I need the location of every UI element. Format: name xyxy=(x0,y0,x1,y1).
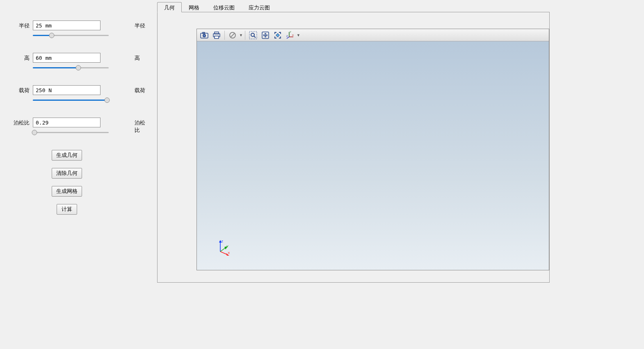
axis-triad: Z X Y xyxy=(215,239,232,256)
svg-text:Y: Y xyxy=(290,31,291,33)
axes-dropdown[interactable]: Y X Z ▼ xyxy=(284,30,300,41)
toolbar-separator xyxy=(245,31,245,40)
zoom-select-icon[interactable] xyxy=(247,30,259,41)
load-slider[interactable] xyxy=(33,97,109,103)
generate-geometry-button[interactable]: 生成几何 xyxy=(52,150,82,161)
param-radius-row: 半径 半径 xyxy=(8,20,149,39)
poisson-input[interactable] xyxy=(33,118,100,127)
poisson-slider[interactable] xyxy=(33,130,109,136)
toolbar-separator xyxy=(224,31,225,40)
svg-line-11 xyxy=(254,36,256,38)
height-input[interactable] xyxy=(33,53,100,63)
radius-input[interactable] xyxy=(33,20,100,30)
generate-mesh-button[interactable]: 生成网格 xyxy=(52,186,82,197)
svg-text:Z: Z xyxy=(221,240,223,243)
cancel-dropdown[interactable]: ▼ xyxy=(227,30,243,41)
pan-icon[interactable] xyxy=(260,30,271,41)
load-label-left: 载荷 xyxy=(8,85,33,94)
canvas-3d[interactable]: Z X Y xyxy=(197,41,549,270)
svg-text:Y: Y xyxy=(226,245,229,248)
viewport-container: ▼ xyxy=(157,12,550,283)
height-slider[interactable] xyxy=(33,65,109,71)
param-height-row: 高 高 xyxy=(8,53,149,71)
action-buttons: 生成几何 清除几何 生成网格 计算 xyxy=(8,150,103,215)
fit-icon[interactable] xyxy=(272,30,283,41)
dropdown-arrow-icon: ▼ xyxy=(297,33,300,37)
svg-rect-6 xyxy=(215,36,219,39)
tab-geometry[interactable]: 几何 xyxy=(157,2,182,12)
param-poisson-row: 泊松比 泊松比 xyxy=(8,118,149,136)
svg-line-8 xyxy=(231,33,235,37)
dropdown-arrow-icon: ▼ xyxy=(239,33,243,37)
tab-bar: 几何 网格 位移云图 应力云图 xyxy=(157,2,550,12)
tab-stress[interactable]: 应力云图 xyxy=(242,2,277,12)
height-label-right: 高 xyxy=(124,53,149,62)
radius-label-right: 半径 xyxy=(124,20,149,29)
right-panel: 几何 网格 位移云图 应力云图 xyxy=(157,0,644,349)
load-input[interactable] xyxy=(33,85,100,95)
svg-point-10 xyxy=(251,33,254,36)
svg-rect-5 xyxy=(215,32,219,34)
poisson-label-left: 泊松比 xyxy=(8,118,33,127)
axes-icon[interactable]: Y X Z xyxy=(284,30,296,41)
camera-icon[interactable] xyxy=(199,30,210,41)
tab-mesh[interactable]: 网格 xyxy=(182,2,206,12)
radius-slider[interactable] xyxy=(33,33,109,39)
svg-text:X: X xyxy=(292,34,294,36)
height-label-left: 高 xyxy=(8,53,33,62)
param-load-row: 载荷 载荷 xyxy=(8,85,149,103)
svg-rect-9 xyxy=(249,32,257,39)
app-root: 半径 半径 高 高 xyxy=(0,0,644,349)
radius-label-left: 半径 xyxy=(8,20,33,29)
calculate-button[interactable]: 计算 xyxy=(57,204,77,215)
left-panel: 半径 半径 高 高 xyxy=(0,0,157,349)
svg-rect-13 xyxy=(276,33,279,36)
viewport: ▼ xyxy=(196,29,549,270)
svg-text:X: X xyxy=(228,251,230,255)
svg-text:Z: Z xyxy=(286,35,288,37)
cancel-icon[interactable] xyxy=(227,30,238,41)
clear-geometry-button[interactable]: 清除几何 xyxy=(52,168,82,179)
print-icon[interactable] xyxy=(211,30,222,41)
svg-point-3 xyxy=(203,35,205,36)
tab-displacement[interactable]: 位移云图 xyxy=(206,2,242,12)
load-label-right: 载荷 xyxy=(124,85,149,94)
viewport-toolbar: ▼ xyxy=(197,29,549,41)
poisson-label-right: 泊松比 xyxy=(124,118,149,134)
